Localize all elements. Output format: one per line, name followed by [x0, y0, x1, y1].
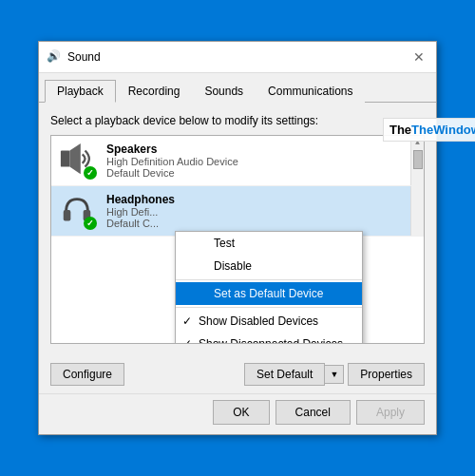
headphone-line1: High Defi... — [106, 206, 416, 218]
dialog-icon: 🔊 — [47, 49, 62, 65]
speaker-info: Speakers High Definition Audio Device De… — [106, 143, 416, 179]
svg-marker-1 — [69, 143, 80, 174]
scrollbar-track-2[interactable] — [410, 186, 424, 236]
set-default-group: Set Default ▼ — [244, 363, 344, 386]
tab-communications[interactable]: Communications — [256, 80, 365, 103]
headphone-name: Headphones — [106, 193, 416, 206]
tab-playback[interactable]: Playback — [45, 80, 116, 103]
scroll-thumb[interactable] — [413, 150, 423, 169]
speaker-name: Speakers — [106, 143, 416, 156]
device-item-headphones[interactable]: ✓ Headphones High Defi... Default C... — [51, 186, 424, 237]
instruction-text: Select a playback device below to modify… — [50, 114, 425, 127]
headphone-info: Headphones High Defi... Default C... — [106, 193, 416, 229]
speaker-line2: Default Device — [106, 167, 416, 179]
headphone-device-icon: ✓ — [59, 192, 97, 230]
content-area: Select a playback device below to modify… — [39, 103, 436, 355]
set-default-dropdown[interactable]: ▼ — [325, 365, 344, 384]
context-item-show-disabled[interactable]: ✓ Show Disabled Devices — [176, 310, 362, 333]
bottom-action-bar: Configure Set Default ▼ Properties — [39, 355, 436, 393]
context-item-set-default[interactable]: Set as Default Device — [176, 282, 362, 305]
properties-button[interactable]: Properties — [348, 363, 425, 386]
context-item-show-disconnected[interactable]: ✓ Show Disconnected Devices — [176, 333, 362, 344]
device-item-speakers[interactable]: ✓ Speakers High Definition Audio Device … — [51, 136, 424, 186]
apply-button[interactable]: Apply — [356, 400, 425, 425]
tab-bar: Playback Recording Sounds Communications — [39, 73, 436, 103]
svg-rect-2 — [64, 210, 71, 220]
tab-sounds[interactable]: Sounds — [192, 80, 256, 103]
sound-dialog: 🔊 Sound ✕ Playback Recording Sounds Comm… — [38, 41, 437, 435]
context-item-test[interactable]: Test — [176, 232, 362, 255]
cancel-button[interactable]: Cancel — [276, 400, 351, 425]
context-separator-2 — [176, 307, 362, 308]
close-button[interactable]: ✕ — [409, 48, 428, 67]
right-buttons: Set Default ▼ Properties — [244, 363, 425, 386]
headphone-line2: Default C... — [106, 218, 416, 229]
context-separator-1 — [176, 279, 362, 280]
configure-button[interactable]: Configure — [50, 363, 124, 386]
device-list[interactable]: ✓ Speakers High Definition Audio Device … — [50, 135, 425, 344]
context-menu: Test Disable Set as Default Device ✓ Sho… — [175, 231, 363, 344]
context-item-disable[interactable]: Disable — [176, 255, 362, 277]
tab-recording[interactable]: Recording — [116, 80, 193, 103]
speaker-device-icon: ✓ — [59, 142, 97, 180]
dialog-title: Sound — [67, 50, 409, 64]
dialog-buttons: OK Cancel Apply — [39, 393, 436, 434]
set-default-button[interactable]: Set Default — [244, 363, 325, 386]
speaker-line1: High Definition Audio Device — [106, 156, 416, 167]
scrollbar-track[interactable]: ▲ — [410, 136, 424, 185]
ok-button[interactable]: OK — [213, 400, 269, 425]
watermark: TheTheWindowsClub — [383, 118, 475, 142]
title-bar: 🔊 Sound ✕ — [39, 42, 436, 73]
svg-rect-0 — [61, 151, 70, 167]
